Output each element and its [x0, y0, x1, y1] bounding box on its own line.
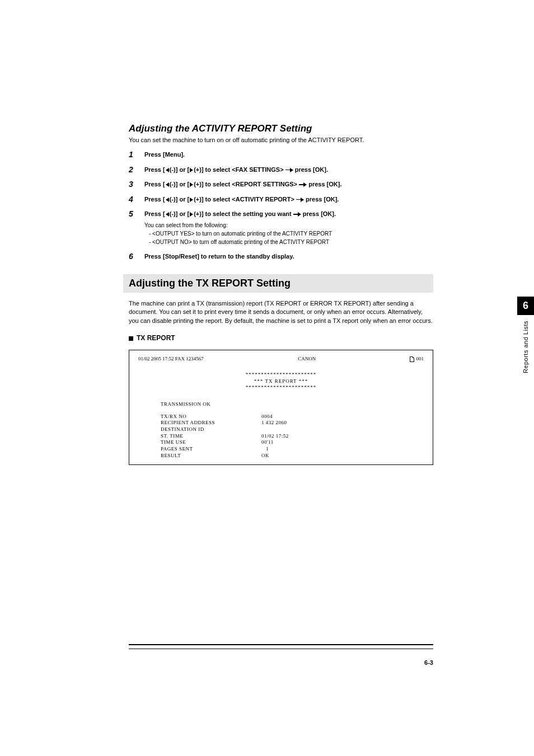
kv-row: ST. TIME01/02 17:52 [161, 433, 424, 440]
kv-key: ST. TIME [161, 433, 261, 440]
step-4: 4 Press [(-)] or [(+)] to select <ACTIVI… [129, 195, 433, 204]
t: (+)] to select <REPORT SETTINGS> [194, 181, 299, 187]
report-body: TRANSMISSION OK TX/RX NO0004 RECIPIENT A… [138, 401, 424, 459]
t: (-)] or [ [170, 166, 189, 173]
kv-val: 0004 [261, 414, 273, 420]
t: (-)] or [ [170, 196, 189, 203]
kv-row: RECIPIENT ADDRESS1 432 2060 [161, 420, 424, 426]
step-text: Press [(-)] or [(+)] to select <ACTIVITY… [144, 195, 339, 204]
chapter-number: 6 [517, 297, 534, 315]
kv-key: TIME USE [161, 439, 261, 446]
kv-val: 00'11 [261, 439, 274, 446]
kv-val: 1 [261, 446, 269, 453]
kv-val: 01/02 17:52 [261, 433, 289, 440]
tx-report-sample: 01/02 2005 17:52 FAX 1234567 CANON 001 *… [129, 350, 433, 465]
kv-val: 1 432 2060 [261, 420, 287, 426]
step-text: Press [Stop/Reset] to return to the stan… [144, 252, 294, 261]
t: press [OK]. [301, 210, 336, 217]
t: Press [ [144, 196, 165, 203]
step-number: 4 [129, 195, 144, 204]
step-text: Press [(-)] or [(+)] to select <REPORT S… [144, 180, 341, 189]
kv-key: PAGES SENT [161, 446, 261, 453]
side-tab: 6 Reports and Lists [517, 297, 534, 373]
step-number: 1 [129, 150, 144, 159]
kv-row: TIME USE00'11 [161, 439, 424, 446]
step-text: Press [(-)] or [(+)] to select <FAX SETT… [144, 165, 328, 175]
heading-bar: Adjusting the TX REPORT Setting [123, 274, 433, 293]
report-title-block: *********************** *** TX REPORT **… [138, 372, 424, 391]
step-3: 3 Press [(-)] or [(+)] to select <REPORT… [129, 180, 433, 189]
sub-opt: - <OUTPUT NO> to turn off automatic prin… [149, 238, 336, 246]
sub-intro: You can select from the following: [144, 222, 228, 228]
step-number: 3 [129, 180, 144, 189]
step-sub: You can select from the following: - <OU… [144, 221, 336, 246]
subheading-text: TX REPORT [137, 334, 175, 342]
t: press [OK]. [307, 181, 341, 187]
square-bullet-icon [129, 336, 133, 341]
step-6: 6 Press [Stop/Reset] to return to the st… [129, 252, 433, 261]
t: (-)] or [ [170, 210, 189, 217]
section-title-activity: Adjusting the ACTIVITY REPORT Setting [129, 123, 433, 134]
stars: *********************** [138, 384, 424, 391]
step-text: Press [(-)] or [(+)] to select the setti… [144, 209, 336, 246]
transmission-status: TRANSMISSION OK [161, 401, 424, 408]
step-number: 5 [129, 209, 144, 218]
kv-key: RESULT [161, 453, 261, 459]
sub-opt: - <OUTPUT YES> to turn on automatic prin… [149, 229, 336, 238]
t: press [OK]. [304, 196, 339, 203]
t: Press [ [144, 166, 165, 173]
t: press [OK]. [293, 166, 328, 173]
main-desc: The machine can print a TX (transmission… [129, 299, 433, 325]
page-number: 6-3 [424, 659, 433, 666]
triangle-left-icon [166, 198, 169, 202]
report-header-center: CANON [298, 356, 316, 363]
t: (+)] to select <ACTIVITY REPORT> [194, 196, 296, 203]
kv-val: OK [261, 453, 269, 459]
t: Press [ [144, 210, 165, 217]
page-icon [410, 356, 414, 362]
triangle-left-icon [166, 168, 169, 172]
kv-row: PAGES SENT 1 [161, 446, 424, 453]
step-number: 2 [129, 165, 144, 174]
report-header-right-num: 001 [416, 356, 424, 361]
triangle-right-icon [190, 168, 193, 172]
arrow-right-icon [296, 198, 304, 202]
arrow-right-icon [285, 168, 293, 172]
subheading: TX REPORT [129, 334, 433, 342]
arrow-right-icon [293, 212, 301, 217]
report-header: 01/02 2005 17:52 FAX 1234567 CANON 001 [138, 356, 424, 363]
t: (-)] or [ [170, 181, 189, 187]
kv-row: DESTINATION ID [161, 426, 424, 433]
section-desc-activity: You can set the machine to turn on or of… [129, 137, 433, 143]
report-title: *** TX REPORT *** [138, 378, 424, 385]
triangle-left-icon [166, 182, 169, 187]
kv-row: TX/RX NO0004 [161, 414, 424, 420]
kv-key: RECIPIENT ADDRESS [161, 420, 261, 426]
triangle-left-icon [166, 212, 169, 217]
steps-list: 1 Press [Menu]. 2 Press [(-)] or [(+)] t… [129, 150, 433, 261]
t: (+)] to select <FAX SETTINGS> [194, 166, 285, 173]
footer-rule [129, 644, 433, 649]
report-header-left: 01/02 2005 17:52 FAX 1234567 [138, 356, 204, 363]
chapter-label: Reports and Lists [522, 321, 529, 373]
step-text: Press [Menu]. [144, 150, 185, 159]
stars: *********************** [138, 372, 424, 378]
t: (+)] to select the setting you want [194, 210, 293, 217]
kv-key: TX/RX NO [161, 414, 261, 420]
t: Press [ [144, 181, 165, 187]
arrow-right-icon [299, 182, 307, 187]
main-heading: Adjusting the TX REPORT Setting [129, 278, 291, 289]
triangle-right-icon [190, 198, 193, 202]
step-number: 6 [129, 252, 144, 261]
kv-key: DESTINATION ID [161, 426, 261, 433]
kv-row: RESULTOK [161, 453, 424, 459]
triangle-right-icon [190, 182, 193, 187]
step-5: 5 Press [(-)] or [(+)] to select the set… [129, 209, 433, 246]
step-1: 1 Press [Menu]. [129, 150, 433, 159]
step-2: 2 Press [(-)] or [(+)] to select <FAX SE… [129, 165, 433, 175]
report-header-right: 001 [410, 356, 424, 363]
triangle-right-icon [190, 212, 193, 217]
